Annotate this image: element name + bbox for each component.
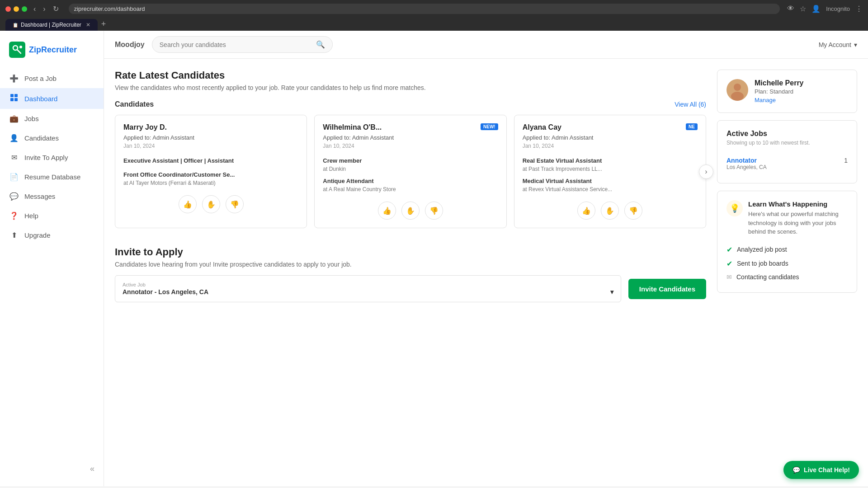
chat-icon: 💬 [793,466,800,474]
minimize-btn[interactable] [14,6,19,12]
post-job-icon: ➕ [9,74,19,83]
rate-section-title: Rate Latest Candidates [115,70,706,81]
logo[interactable]: ZipRecruiter [9,42,94,58]
sidebar-item-dashboard[interactable]: Dashboard [0,88,104,109]
thumbs-down-btn-1[interactable]: 👎 [226,195,244,213]
star-icon[interactable]: ☆ [800,5,806,13]
active-jobs-title: Active Jobs [726,130,848,138]
learn-header: 💡 Learn What's Happening Here's what our… [726,200,848,236]
search-icon: 🔍 [316,40,325,49]
sidebar-label-candidates: Candidates [24,134,59,142]
address-bar[interactable]: ziprecruiter.com/dashboard [69,4,780,14]
next-candidates-btn[interactable]: › [699,164,713,179]
rating-buttons-2: 👍 ✋ 👎 [323,202,498,220]
job-title-3-1: Real Estate Virtual Assistant [523,157,698,164]
manage-link[interactable]: Manage [755,97,848,103]
applied-to-2: Applied to: Admin Assistant [323,134,498,141]
sidebar-collapse-btn[interactable]: « [0,459,104,479]
view-all-link[interactable]: View All (6) [675,101,706,108]
job-title-2-1: Crew member [323,157,498,164]
checkmark-icon-analyzed: ✔ [726,245,732,254]
job-entry-location: Los Angeles, CA [726,164,767,170]
job-title-2-2: Antique Attendant [323,178,498,184]
content-area: Rate Latest Candidates View the candidat… [104,59,868,486]
forward-btn[interactable]: › [40,4,48,14]
back-btn[interactable]: ‹ [31,4,38,14]
thumbs-up-btn-3[interactable]: 👍 [577,202,595,220]
company-name: Moodjoy [115,41,145,49]
rate-candidates-section: Rate Latest Candidates View the candidat… [115,70,706,228]
incognito-text: Incognito [826,5,850,13]
sidebar-label-upgrade: Upgrade [24,231,51,239]
tab-title: Dashboard | ZipRecruiter [21,22,81,28]
menu-icon[interactable]: ⋮ [855,5,863,13]
rating-buttons-3: 👍 ✋ 👎 [523,202,698,220]
my-account-menu[interactable]: My Account ▾ [819,41,857,48]
learn-whats-happening-card: 💡 Learn What's Happening Here's what our… [717,191,857,293]
browser-nav: ‹ › ↻ [31,4,61,14]
search-bar[interactable]: 🔍 [152,36,333,53]
svg-rect-8 [10,98,14,101]
sidebar-item-help[interactable]: ❓ Help [0,206,104,225]
learn-item-sent: ✔ Sent to job boards [726,257,848,271]
browser-tabs: 📋 Dashboard | ZipRecruiter ✕ + [5,18,863,31]
candidates-header: Candidates View All (6) [115,100,706,108]
logo-area: ZipRecruiter [0,38,104,69]
profile-icon[interactable]: 👤 [811,5,821,13]
learn-item-label-contacting: Contacting candidates [736,273,799,281]
reload-btn[interactable]: ↻ [50,4,61,14]
live-chat-label: Live Chat Help! [804,466,850,474]
left-panel: Rate Latest Candidates View the candidat… [115,70,706,475]
live-chat-button[interactable]: 💬 Live Chat Help! [783,461,859,479]
active-jobs-card: Active Jobs Showing up to 10 with newest… [717,120,857,183]
sidebar-item-resume-database[interactable]: 📄 Resume Database [0,167,104,187]
profile-info: Michelle Perry Plan: Standard Manage [755,79,848,103]
sidebar-item-messages[interactable]: 💬 Messages [0,187,104,206]
active-tab[interactable]: 📋 Dashboard | ZipRecruiter ✕ [5,19,98,31]
tab-favicon: 📋 [13,23,18,28]
invite-candidates-button[interactable]: Invite Candidates [628,279,706,299]
checkmark-icon-sent: ✔ [726,259,732,268]
sidebar-item-upgrade[interactable]: ⬆ Upgrade [0,225,104,245]
active-job-value-row: Annotator - Los Angeles, CA ▾ [123,288,613,296]
learn-title: Learn What's Happening [748,200,848,208]
close-btn[interactable] [5,6,11,12]
invite-section-subtitle: Candidates love hearing from you! Invite… [115,261,706,268]
sidebar-item-jobs[interactable]: 💼 Jobs [0,109,104,128]
pending-icon-contacting: ✉ [726,273,732,281]
sidebar-label-messages: Messages [24,192,55,200]
sidebar-item-post-job[interactable]: ➕ Post a Job [0,69,104,88]
profile-card: Michelle Perry Plan: Standard Manage [717,70,857,113]
maximize-btn[interactable] [22,6,27,12]
svg-rect-7 [14,94,18,97]
candidate-card-1: Marry Joy D. Applied to: Admin Assistant… [115,115,307,228]
job-company-2-1: at Dunkin [323,166,498,172]
active-job-dropdown[interactable]: Active Job Annotator - Los Angeles, CA ▾ [115,275,621,302]
eye-icon[interactable]: 👁 [787,5,794,13]
chevron-down-icon: ▾ [854,41,857,48]
tab-close-btn[interactable]: ✕ [86,22,90,28]
job-entry-name[interactable]: Annotator [726,157,767,164]
sidebar: ZipRecruiter ➕ Post a Job Dashboard 💼 Jo… [0,31,104,486]
job-company-2-2: at A Real Maine Country Store [323,186,498,192]
maybe-btn-2[interactable]: ✋ [401,202,420,220]
logo-text: ZipRecruiter [29,45,77,55]
candidate-name-row-3: Alyana Cay NE [523,123,698,131]
new-tab-btn[interactable]: + [98,18,110,31]
maybe-btn-1[interactable]: ✋ [202,195,220,213]
thumbs-down-btn-2[interactable]: 👎 [425,202,443,220]
candidate-name-row-1: Marry Joy D. [123,123,298,131]
sidebar-item-invite-to-apply[interactable]: ✉ Invite To Apply [0,148,104,167]
job-title-3-2: Medical Virtual Assistant [523,178,698,184]
thumbs-up-btn-2[interactable]: 👍 [378,202,396,220]
maybe-btn-3[interactable]: ✋ [601,202,619,220]
candidate-name-1: Marry Joy D. [123,123,167,131]
job-company-3-1: at Past Track Improvements LL... [523,166,698,172]
job-title-1-2: Front Office Coordinator/Customer Se... [123,171,298,178]
new-badge-3: NE [686,123,698,130]
thumbs-down-btn-3[interactable]: 👎 [624,202,642,220]
candidates-grid: Marry Joy D. Applied to: Admin Assistant… [115,115,706,228]
thumbs-up-btn-1[interactable]: 👍 [179,195,197,213]
sidebar-item-candidates[interactable]: 👤 Candidates [0,128,104,148]
search-input[interactable] [160,41,312,48]
